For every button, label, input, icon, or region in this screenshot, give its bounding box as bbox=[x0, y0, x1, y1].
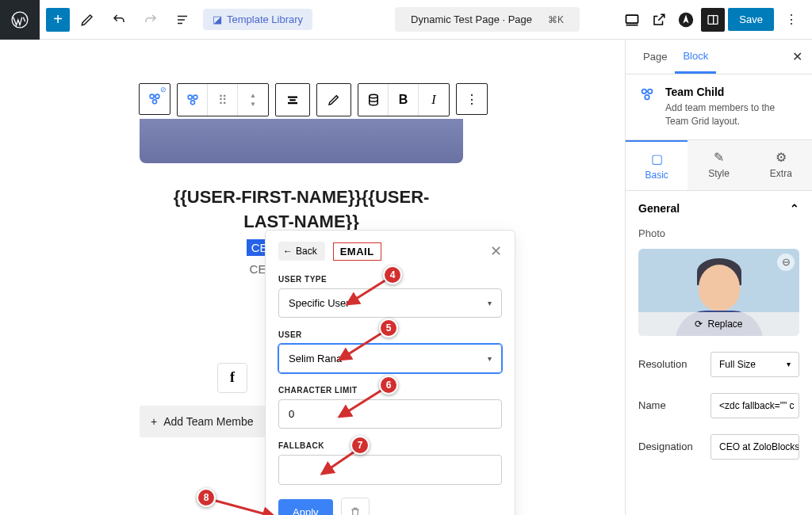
block-title: Team Child bbox=[665, 86, 799, 98]
photo-preview[interactable]: ⊖ ⟳ Replace bbox=[638, 249, 799, 336]
close-icon[interactable]: ✕ bbox=[490, 242, 502, 260]
arrow-left-icon: ← bbox=[283, 246, 293, 257]
block-description: Add team members to the Team Grid layout… bbox=[665, 101, 799, 128]
template-library-icon: ◪ bbox=[213, 13, 222, 25]
svg-point-22 bbox=[648, 90, 653, 94]
add-block-button[interactable]: + bbox=[46, 8, 70, 32]
designation-input[interactable]: CEO at ZoloBlocks bbox=[710, 434, 799, 460]
subtab-basic[interactable]: ▢ Basic bbox=[626, 140, 688, 190]
add-team-member-label: Add Team Membe bbox=[163, 415, 253, 428]
chevron-down-icon: ▾ bbox=[787, 360, 791, 368]
team-member-name: {{USER-FIRST-NAME}}{{USER- LAST-NAME}} bbox=[140, 185, 463, 235]
replace-icon: ⟳ bbox=[695, 319, 703, 330]
astro-icon[interactable] bbox=[674, 8, 698, 32]
subtab-style[interactable]: ✎ Style bbox=[688, 140, 749, 190]
redo-icon[interactable] bbox=[136, 6, 165, 34]
resolution-label: Resolution bbox=[638, 358, 703, 370]
user-type-label: USER TYPE bbox=[278, 275, 502, 284]
character-limit-input[interactable]: 0 bbox=[278, 399, 502, 429]
annotation-8: 8 bbox=[197, 488, 216, 507]
more-options-icon[interactable]: ⋮ bbox=[777, 6, 806, 34]
wp-logo[interactable] bbox=[0, 0, 40, 40]
back-button[interactable]: ← Back bbox=[278, 242, 325, 261]
svg-point-23 bbox=[645, 95, 649, 100]
user-type-select[interactable]: Specific User ▾ bbox=[278, 288, 502, 318]
template-library-label: Template Library bbox=[227, 13, 303, 25]
name-input[interactable]: <zdc fallback="" c bbox=[710, 393, 799, 418]
basic-icon: ▢ bbox=[651, 151, 663, 166]
team-child-icon bbox=[638, 86, 656, 128]
gear-icon: ⚙ bbox=[776, 150, 787, 165]
remove-photo-icon[interactable]: ⊖ bbox=[777, 254, 795, 271]
dynamic-content-popover: ← Back EMAIL ✕ USER TYPE Specific User ▾… bbox=[265, 230, 515, 515]
replace-photo-button[interactable]: ⟳ Replace bbox=[638, 312, 799, 336]
character-limit-label: CHARACTER LIMIT bbox=[278, 386, 502, 395]
user-label: USER bbox=[278, 330, 502, 339]
page-switcher-button[interactable]: Dynamic Test Page · Page ⌘K bbox=[395, 7, 580, 32]
tab-page[interactable]: Page bbox=[635, 40, 675, 74]
chevron-down-icon: ▾ bbox=[488, 299, 492, 307]
svg-rect-1 bbox=[626, 15, 638, 23]
svg-point-21 bbox=[642, 90, 647, 94]
designation-label: Designation bbox=[638, 441, 703, 452]
name-label: Name bbox=[638, 399, 703, 411]
page-switcher-shortcut: ⌘K bbox=[548, 14, 564, 25]
settings-sidebar: Page Block ✕ Team Child Add team members… bbox=[625, 40, 812, 515]
chevron-down-icon: ▾ bbox=[488, 354, 492, 363]
trash-icon[interactable] bbox=[341, 498, 370, 515]
email-badge: EMAIL bbox=[333, 242, 381, 261]
sidebar-toggle-icon[interactable] bbox=[701, 8, 725, 32]
page-switcher-label: Dynamic Test Page · Page bbox=[411, 13, 532, 25]
style-icon: ✎ bbox=[714, 150, 724, 165]
close-sidebar-icon[interactable]: ✕ bbox=[792, 49, 802, 64]
photo-label: Photo bbox=[626, 223, 812, 244]
template-library-button[interactable]: ◪ Template Library bbox=[203, 9, 312, 30]
user-select[interactable]: Selim Rana ▾ bbox=[278, 344, 502, 373]
device-preview-icon[interactable] bbox=[620, 8, 644, 32]
chevron-up-icon: ⌃ bbox=[790, 202, 799, 215]
facebook-icon[interactable]: f bbox=[217, 363, 247, 393]
resolution-select[interactable]: Full Size ▾ bbox=[710, 352, 799, 377]
subtab-extra[interactable]: ⚙ Extra bbox=[750, 140, 812, 190]
save-button[interactable]: Save bbox=[728, 8, 774, 31]
undo-icon[interactable] bbox=[105, 6, 133, 34]
apply-button[interactable]: Apply bbox=[278, 499, 333, 516]
edit-icon[interactable] bbox=[73, 6, 102, 34]
tab-block[interactable]: Block bbox=[675, 40, 716, 74]
section-general-toggle[interactable]: General ⌃ bbox=[626, 191, 812, 223]
fallback-input[interactable] bbox=[278, 455, 502, 485]
plus-icon: + bbox=[151, 415, 157, 428]
back-label: Back bbox=[296, 246, 317, 257]
fallback-label: FALLBACK bbox=[278, 441, 502, 450]
list-view-icon[interactable] bbox=[168, 6, 197, 34]
add-team-member-button[interactable]: + Add Team Membe bbox=[140, 406, 265, 437]
external-link-icon[interactable] bbox=[647, 8, 671, 32]
team-photo-hero bbox=[140, 119, 463, 163]
